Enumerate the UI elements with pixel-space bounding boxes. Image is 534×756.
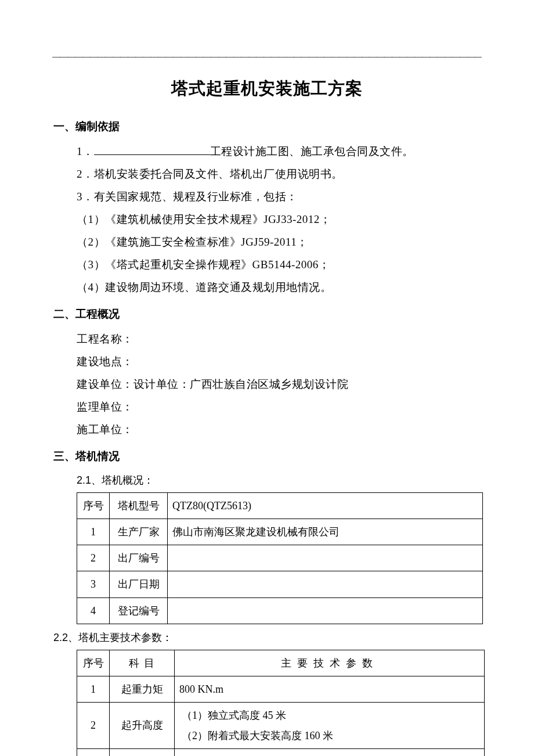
s2-line2: 建设地点：	[53, 351, 481, 373]
cell-value	[168, 545, 483, 571]
table-row: 2 出厂编号	[77, 545, 483, 571]
sub-3-2: 2.2、塔机主要技术参数：	[53, 628, 481, 647]
cell-value-multi: （1）独立式高度 45 米 （2）附着式最大安装高度 160 米	[175, 703, 485, 748]
s1-line7: （4）建设物周边环境、道路交通及规划用地情况。	[53, 276, 481, 299]
cell-idx: 2	[77, 545, 110, 571]
cell-value: 佛山市南海区聚龙建设机械有限公司	[168, 519, 483, 545]
section1-head: 一、编制依据	[53, 116, 481, 137]
s2-line1: 工程名称：	[53, 328, 481, 351]
table-row: 序号 塔机型号 QTZ80(QTZ5613)	[77, 492, 483, 519]
cell-label: 登记编号	[110, 597, 168, 624]
cell-idx: 3	[77, 571, 110, 597]
cell-label: 起重力矩	[110, 676, 175, 703]
s1-line4: （1）《建筑机械使用安全技术规程》JGJ33-2012；	[53, 208, 481, 231]
crane-overview-table: 序号 塔机型号 QTZ80(QTZ5613) 1 生产厂家 佛山市南海区聚龙建设…	[77, 492, 483, 624]
col-header-idx: 序号	[77, 492, 110, 519]
sub-3-1: 2.1、塔机概况：	[53, 470, 481, 490]
cell-idx: 2	[77, 703, 110, 748]
s2-line3: 建设单位：设计单位：广西壮族自治区城乡规划设计院	[53, 373, 481, 396]
cell-label: 工作幅度	[110, 748, 175, 756]
s2-line4: 监理单位：	[53, 396, 481, 419]
doc-title: 塔式起重机安装施工方案	[53, 73, 481, 105]
col-header-params: 主要技术参数	[175, 650, 485, 676]
s1-line3: 3．有关国家规范、规程及行业标准，包括：	[53, 186, 481, 208]
crane-params-table: 序号 科目 主要技术参数 1 起重力矩 800 KN.m 2 起升高度 （1）独…	[77, 650, 485, 756]
section2-head: 二、工程概况	[53, 304, 481, 325]
cell-idx: 1	[77, 519, 110, 545]
cell-value: 800 KN.m	[175, 676, 485, 703]
table-row: 1 起重力矩 800 KN.m	[77, 676, 485, 703]
cell-value-line1: （1）独立式高度 45 米	[182, 705, 479, 725]
cell-value-line2: （2）附着式最大安装高度 160 米	[182, 726, 479, 746]
header-rule: ————————————————————————————————————————…	[52, 49, 482, 65]
cell-label: 起升高度	[110, 703, 175, 748]
col-header-idx: 序号	[77, 650, 110, 676]
s1-line2: 2．塔机安装委托合同及文件、塔机出厂使用说明书。	[53, 163, 481, 186]
table-row: 3 工作幅度 2.5 ～ 56 米	[77, 748, 485, 756]
cell-label: 生产厂家	[110, 519, 168, 545]
s1-line1: 1．工程设计施工图、施工承包合同及文件。	[53, 141, 481, 163]
section3-head: 三、塔机情况	[53, 446, 481, 467]
s1-line6: （3）《塔式起重机安全操作规程》GB5144-2006；	[53, 254, 481, 276]
cell-idx: 4	[77, 597, 110, 624]
s1-line5: （2）《建筑施工安全检查标准》JGJ59-2011；	[53, 231, 481, 254]
table-row: 3 出厂日期	[77, 571, 483, 597]
cell-model-value: QTZ80(QTZ5613)	[168, 492, 483, 519]
col-header-subject: 科目	[110, 650, 175, 676]
cell-value	[168, 571, 483, 597]
s1-l1-num: 1．	[77, 145, 94, 157]
blank-field	[94, 143, 210, 155]
table-row: 序号 科目 主要技术参数	[77, 650, 485, 676]
s1-l1-tail: 工程设计施工图、施工承包合同及文件。	[210, 145, 414, 157]
table-row: 4 登记编号	[77, 597, 483, 624]
cell-idx: 1	[77, 676, 110, 703]
col-header-model: 塔机型号	[110, 492, 168, 519]
cell-label: 出厂编号	[110, 545, 168, 571]
s2-line5: 施工单位：	[53, 419, 481, 441]
table-row: 2 起升高度 （1）独立式高度 45 米 （2）附着式最大安装高度 160 米	[77, 703, 485, 748]
cell-label: 出厂日期	[110, 571, 168, 597]
cell-value: 2.5 ～ 56 米	[175, 748, 485, 756]
cell-idx: 3	[77, 748, 110, 756]
cell-value	[168, 597, 483, 624]
table-row: 1 生产厂家 佛山市南海区聚龙建设机械有限公司	[77, 519, 483, 545]
